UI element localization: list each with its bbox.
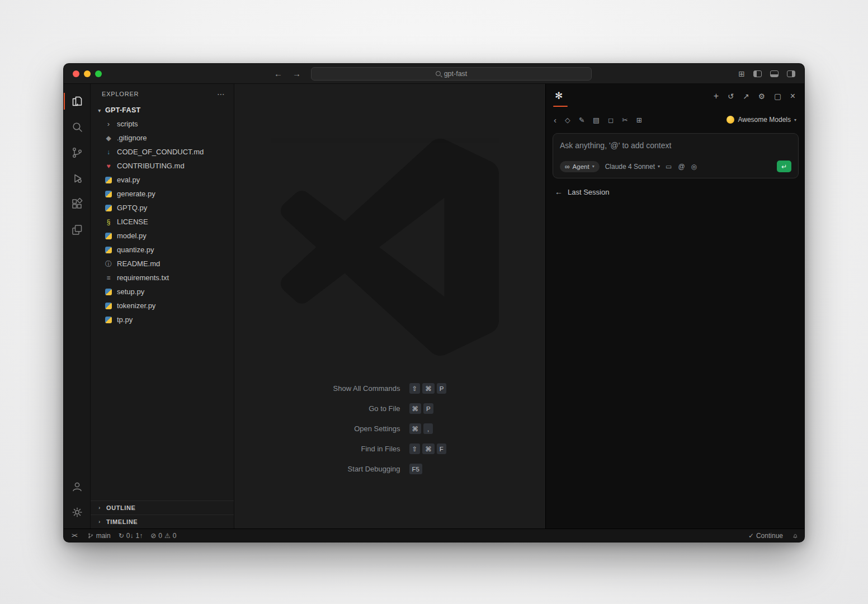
expand-icon[interactable]: ▢	[774, 92, 781, 101]
chevron-down-icon: ▾	[96, 107, 103, 114]
file-row-gitignore[interactable]: ◆ .gitignore	[91, 131, 234, 145]
history-icon[interactable]: ↺	[728, 92, 734, 101]
file-row-setup[interactable]: setup.py	[91, 285, 234, 299]
grid-icon[interactable]: ⊞	[636, 116, 642, 124]
shortcut-label: Go to File	[333, 404, 400, 413]
book-icon[interactable]: ▤	[593, 116, 600, 124]
chat-input[interactable]	[560, 141, 791, 150]
keycap: P	[423, 403, 433, 414]
remote-indicator[interactable]: ><	[69, 531, 79, 540]
open-in-editor-icon[interactable]: ↗	[743, 92, 749, 101]
file-row-code-of-conduct[interactable]: ↓ CODE_OF_CONDUCT.md	[91, 145, 234, 159]
toolbar-back-icon[interactable]: ‹	[554, 115, 556, 125]
timeline-label: TIMELINE	[106, 518, 138, 525]
toggle-secondary-sidebar-icon[interactable]	[787, 70, 795, 77]
file-row-tp[interactable]: tp.py	[91, 313, 234, 327]
search-value: gpt-fast	[444, 70, 468, 78]
shortcut-keys: ⌘ ,	[409, 423, 447, 434]
model-selector[interactable]: Claude 4 Sonnet ▾	[605, 163, 660, 171]
box-icon[interactable]: ◇	[565, 116, 570, 124]
models-menu-label: Awesome Models	[738, 116, 791, 124]
ai-chat-panel: ✻ + ↺ ↗ ⚙ ▢ × ‹ ◇ ✎ ▤ ◻ ✂ ⊞	[545, 84, 804, 528]
send-icon: ↵	[781, 163, 787, 171]
file-name: tokenizer.py	[117, 301, 155, 310]
file-row-license[interactable]: § LICENSE	[91, 215, 234, 229]
comment-icon[interactable]: ◻	[608, 116, 614, 124]
assistant-logo-icon: ✻	[555, 90, 563, 103]
file-row-requirements[interactable]: ≡ requirements.txt	[91, 271, 234, 285]
problems-status[interactable]: ⊘ 0 ⚠ 0	[150, 532, 176, 540]
file-row-gptq[interactable]: GPTQ.py	[91, 201, 234, 215]
agent-mode-selector[interactable]: ∞ Agent ▾	[560, 161, 600, 172]
back-icon[interactable]: ←	[274, 69, 282, 78]
shortcut-label: Open Settings	[333, 424, 400, 433]
keycap: ⇧	[409, 443, 421, 454]
file-row-eval[interactable]: eval.py	[91, 173, 234, 187]
explorer-sidebar: EXPLORER ⋯ ▾ GPT-FAST › scripts ◆ .gitig…	[91, 84, 234, 528]
file-row-generate[interactable]: generate.py	[91, 187, 234, 201]
activity-bar	[64, 84, 91, 528]
timeline-section-header[interactable]: › TIMELINE	[91, 515, 234, 528]
chat-settings-gear-icon[interactable]: ⚙	[758, 92, 765, 101]
history-navigation: ← →	[274, 69, 301, 78]
scissors-icon[interactable]: ✂	[622, 116, 628, 124]
keycap: F5	[409, 464, 422, 474]
sync-status[interactable]: ↻ 0↓ 1↑	[119, 532, 143, 540]
lightbulb-icon[interactable]: ◎	[691, 163, 697, 171]
file-row-model[interactable]: model.py	[91, 229, 234, 243]
folder-chevron-icon: ›	[104, 120, 113, 129]
python-icon	[104, 204, 113, 213]
toggle-primary-sidebar-icon[interactable]	[753, 70, 762, 77]
notifications-bell-icon[interactable]	[792, 532, 799, 539]
explorer-more-actions-icon[interactable]: ⋯	[217, 89, 225, 98]
shortcut-keys: ⌘ P	[409, 403, 447, 414]
minimize-window-button[interactable]	[84, 70, 91, 77]
file-row-contributing[interactable]: ♥ CONTRIBUTING.md	[91, 159, 234, 173]
toggle-panel-icon[interactable]	[770, 70, 779, 77]
close-panel-icon[interactable]: ×	[790, 91, 795, 101]
keyboard-shortcut-hints: Show All Commands ⇧ ⌘ P Go to File ⌘ P O…	[333, 383, 447, 474]
new-chat-icon[interactable]: +	[714, 91, 719, 101]
forward-icon[interactable]: →	[293, 69, 301, 78]
zoom-window-button[interactable]	[95, 70, 102, 77]
continue-status-item[interactable]: ✓ Continue	[748, 532, 783, 540]
project-root-row[interactable]: ▾ GPT-FAST	[91, 103, 234, 117]
edit-icon[interactable]: ✎	[579, 116, 584, 124]
agent-label: Agent	[573, 163, 589, 170]
remote-explorer-icon[interactable]	[64, 217, 91, 243]
project-root-label: GPT-FAST	[105, 106, 141, 114]
chat-header: ✻ + ↺ ↗ ⚙ ▢ ×	[546, 84, 804, 108]
python-icon	[104, 315, 113, 324]
image-icon[interactable]: ▭	[666, 163, 672, 171]
send-button[interactable]: ↵	[777, 161, 791, 172]
outline-section-header[interactable]: › OUTLINE	[91, 501, 234, 515]
warning-count: 0	[173, 532, 177, 540]
git-branch-status[interactable]: main	[87, 532, 111, 540]
source-control-icon[interactable]	[64, 140, 91, 166]
close-window-button[interactable]	[73, 70, 79, 77]
explorer-icon[interactable]	[64, 88, 91, 114]
folder-name: scripts	[117, 120, 138, 128]
run-debug-icon[interactable]	[64, 166, 91, 191]
extensions-icon[interactable]	[64, 191, 91, 217]
python-icon	[104, 301, 113, 310]
keycap: ⌘	[409, 423, 422, 434]
branch-icon	[87, 532, 94, 539]
mention-icon[interactable]: @	[678, 163, 685, 171]
file-row-readme[interactable]: ⓘ README.md	[91, 257, 234, 271]
text-file-icon: ≡	[104, 273, 113, 282]
status-bar: >< main ↻ 0↓ 1↑ ⊘ 0 ⚠ 0 ✓ Continue	[64, 528, 804, 542]
settings-gear-icon[interactable]	[64, 499, 91, 525]
search-sidebar-icon[interactable]	[64, 114, 91, 140]
accounts-icon[interactable]	[64, 474, 91, 499]
markdown-icon: ↓	[104, 148, 113, 157]
models-menu-button[interactable]: Awesome Models ▾	[727, 116, 796, 124]
file-row-quantize[interactable]: quantize.py	[91, 243, 234, 257]
folder-row-scripts[interactable]: › scripts	[91, 117, 234, 131]
warning-icon: ⚠	[164, 532, 171, 540]
command-center-search[interactable]: gpt-fast	[311, 67, 592, 81]
last-session-link[interactable]: ← Last Session	[555, 187, 804, 196]
customize-layout-icon[interactable]: ⊞	[738, 70, 745, 78]
file-row-tokenizer[interactable]: tokenizer.py	[91, 299, 234, 313]
shortcut-keys: F5	[409, 464, 447, 474]
